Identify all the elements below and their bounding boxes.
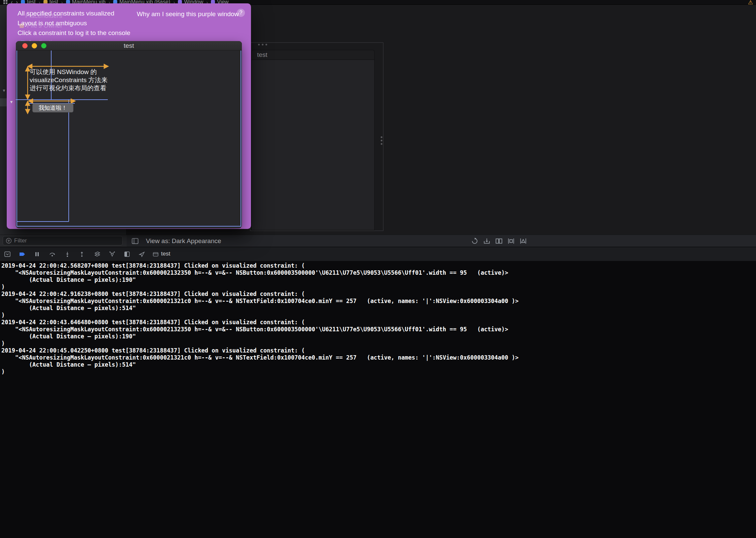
console-line: 2019-04-24 22:00:42.568207+0800 test[387… xyxy=(1,262,756,269)
instruction-line: 进行可视化约束布局的查看 xyxy=(30,84,107,92)
disclosure-triangle-icon[interactable]: ▼ xyxy=(9,100,13,104)
editor-bottom-bar: View as: Dark Appearance xyxy=(127,235,756,247)
process-name-label[interactable]: test xyxy=(161,250,170,257)
filter-input[interactable] xyxy=(14,237,115,244)
resize-knob[interactable] xyxy=(265,44,267,45)
preview-window-content[interactable] xyxy=(251,60,375,230)
console-line: (Actual Distance – pixels):514" xyxy=(1,361,756,368)
instruction-text-field: 可以使用 NSWindow 的 visualizeConstraints 方法来… xyxy=(30,68,107,92)
navigator-filter-bar xyxy=(0,235,127,247)
console-line: 2019-04-24 22:00:45.042250+0800 test[387… xyxy=(1,347,756,354)
console-line: "<NSAutoresizingMaskLayoutConstraint:0x6… xyxy=(1,354,756,361)
console-line: "<NSAutoresizingMaskLayoutConstraint:0x6… xyxy=(1,298,756,305)
resolve-autolayout-issues-icon[interactable] xyxy=(519,237,527,245)
debug-console[interactable]: 2019-04-24 22:00:42.568207+0800 test[387… xyxy=(0,261,756,538)
hide-debug-area-icon[interactable] xyxy=(4,251,11,258)
instruction-line: 可以使用 NSWindow 的 xyxy=(30,68,107,76)
debug-toolbar: test xyxy=(0,247,756,261)
ambiguity-status-message: Layout is not ambiguous xyxy=(18,20,87,27)
instruction-line: visualizeConstraints 方法来 xyxy=(30,76,107,84)
filter-field[interactable] xyxy=(3,236,123,245)
step-out-icon[interactable] xyxy=(78,251,85,258)
constraint-hint-message: Click a constraint to log it to the cons… xyxy=(18,29,130,37)
why-purple-window-label: Why am I seeing this purple window xyxy=(137,10,239,18)
simulate-location-icon[interactable] xyxy=(138,251,145,258)
console-line: ) xyxy=(1,312,756,319)
console-line: "<NSAutoresizingMaskLayoutConstraint:0x6… xyxy=(1,326,756,333)
console-line: ) xyxy=(1,368,756,375)
align-icon[interactable] xyxy=(495,237,503,245)
console-line: ) xyxy=(1,340,756,347)
window-title: test xyxy=(16,41,242,51)
update-frames-icon[interactable] xyxy=(471,237,478,245)
environment-overrides-icon[interactable] xyxy=(124,251,130,258)
warning-icon[interactable]: ⚠ xyxy=(748,0,753,6)
debug-memory-graph-icon[interactable] xyxy=(109,251,116,258)
view-as-label[interactable]: View as: Dark Appearance xyxy=(146,237,221,245)
window-content: 可以使用 NSWindow 的 visualizeConstraints 方法来… xyxy=(16,51,242,228)
console-line: (Actual Distance – pixels):514" xyxy=(1,305,756,312)
breakpoints-toggle-icon[interactable] xyxy=(19,251,26,258)
resize-knob[interactable] xyxy=(381,143,382,145)
console-line: "<NSAutoresizingMaskLayoutConstraint:0x6… xyxy=(1,269,756,276)
help-button[interactable]: ? xyxy=(237,9,245,17)
resize-knob[interactable] xyxy=(381,140,382,141)
window-titlebar[interactable]: test xyxy=(16,41,242,51)
preview-window-title: test xyxy=(257,51,267,58)
resize-knob[interactable] xyxy=(258,44,260,45)
document-outline-toggle-icon[interactable] xyxy=(131,237,139,245)
test-app-window[interactable]: test xyxy=(16,41,242,228)
related-items-icon[interactable] xyxy=(3,0,8,4)
preview-window-titlebar[interactable]: test xyxy=(251,50,375,60)
console-line: 2019-04-24 22:00:42.916238+0800 test[387… xyxy=(1,291,756,298)
filter-icon xyxy=(6,238,12,244)
console-line: 2019-04-24 22:00:43.646480+0800 test[387… xyxy=(1,319,756,326)
resize-knob[interactable] xyxy=(262,44,263,45)
debug-view-hierarchy-icon[interactable] xyxy=(94,251,101,258)
acknowledge-button-label: 我知道啦！ xyxy=(39,105,67,111)
pause-execution-icon[interactable] xyxy=(34,251,40,258)
constraint-status-message: All specified constraints visualized xyxy=(18,10,114,17)
acknowledge-button[interactable]: 我知道啦！ xyxy=(32,103,73,112)
step-into-icon[interactable] xyxy=(64,251,71,258)
add-constraints-icon[interactable] xyxy=(507,237,515,245)
disclosure-triangle-icon[interactable]: ▼ xyxy=(2,88,6,93)
step-over-icon[interactable] xyxy=(49,251,56,258)
process-window-icon xyxy=(153,252,159,257)
resize-knob[interactable] xyxy=(381,136,382,138)
console-line: (Actual Distance – pixels):190" xyxy=(1,276,756,283)
embed-in-container-icon[interactable] xyxy=(483,237,491,245)
constraint-visualizer-window[interactable]: Placeholders File's Owner Application ▼ … xyxy=(7,3,251,229)
console-line: ) xyxy=(1,283,756,291)
console-line: (Actual Distance – pixels):190" xyxy=(1,333,756,340)
question-mark-icon: ? xyxy=(240,10,243,15)
